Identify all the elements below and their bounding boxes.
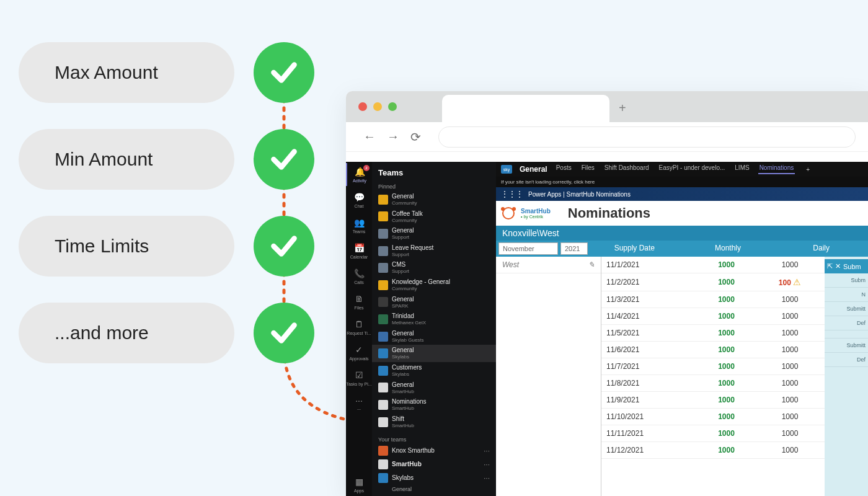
- rail-tasksbypl[interactable]: ☑Tasks by Pl...: [346, 366, 372, 389]
- tab-files[interactable]: Files: [580, 164, 596, 174]
- table-row[interactable]: 11/11/202110001000: [601, 425, 825, 442]
- calendar-icon: 📅: [353, 242, 365, 254]
- channel-item[interactable]: General: [372, 485, 496, 494]
- reload-icon[interactable]: ⟳: [410, 130, 421, 144]
- warning-icon: ⚠: [793, 277, 801, 287]
- pinned-item[interactable]: GeneralSkylabs: [372, 345, 496, 362]
- year-select[interactable]: 2021: [560, 242, 588, 255]
- brand-name: SmartHub: [521, 208, 551, 215]
- breadcrumb[interactable]: Knoxville\West: [496, 226, 868, 241]
- rail-calls[interactable]: 📞Calls: [346, 265, 372, 288]
- pinned-item[interactable]: GeneralSPARK: [372, 294, 496, 311]
- team-icon: [378, 417, 388, 427]
- team-icon: [378, 211, 388, 221]
- tab-lims[interactable]: LIMS: [733, 164, 750, 174]
- table-row[interactable]: 11/8/202110001000: [601, 375, 825, 392]
- teams-icon: 👥: [353, 217, 365, 228]
- rail-requestti[interactable]: 🗒Request Ti...: [346, 316, 372, 339]
- submit-label: Subm: [843, 263, 861, 270]
- submit-panel: ⇱ ✕ Subm SubmNSubmittDefSubmittDef: [825, 257, 868, 496]
- teams-app: 🔔Activity2💬Chat👥Teams📅Calendar📞Calls🗎Fil…: [346, 162, 868, 496]
- table-row[interactable]: 11/12/202110001000: [601, 442, 825, 459]
- col-supply-date: Supply Date: [588, 241, 681, 257]
- submit-header[interactable]: ⇱ ✕ Subm: [825, 259, 868, 273]
- window-controls[interactable]: [358, 102, 397, 111]
- table-row[interactable]: 11/3/202110001000: [601, 291, 825, 308]
- team-item[interactable]: Skylabs: [372, 471, 496, 485]
- team-icon: [378, 263, 388, 273]
- location-item[interactable]: West ✎: [496, 257, 601, 273]
- tab-shiftdashboard[interactable]: Shift Dashboard: [603, 164, 650, 174]
- forward-icon[interactable]: →: [387, 130, 399, 144]
- side-row: Def: [825, 316, 868, 330]
- team-icon: [378, 229, 388, 239]
- month-select[interactable]: November: [498, 242, 558, 255]
- rail-chat[interactable]: 💬Chat: [346, 188, 372, 211]
- checkmark-column: [254, 42, 314, 389]
- chat-icon: 💬: [353, 192, 365, 203]
- files-icon: 🗎: [353, 293, 365, 304]
- team-icon: [378, 332, 388, 342]
- rail-[interactable]: ······: [346, 392, 372, 415]
- check-icon: [254, 129, 314, 190]
- rail-teams[interactable]: 👥Teams: [346, 214, 372, 237]
- team-item[interactable]: SmartHub: [372, 458, 496, 471]
- new-tab-button[interactable]: +: [619, 101, 626, 115]
- side-row: N: [825, 288, 868, 302]
- table-row[interactable]: 11/7/202110001000: [601, 358, 825, 375]
- rail-files[interactable]: 🗎Files: [346, 290, 372, 313]
- pinned-item[interactable]: Leave RequestSupport: [372, 242, 496, 260]
- tab-posts[interactable]: Posts: [555, 164, 573, 174]
- address-bar[interactable]: [438, 126, 856, 148]
- feature-list: Max AmountMin AmountTime Limits...and mo…: [19, 42, 236, 389]
- team-icon: [378, 348, 388, 358]
- maximize-icon[interactable]: [388, 102, 397, 111]
- pinned-item[interactable]: GeneralCommunity: [372, 191, 496, 208]
- pinned-item[interactable]: GeneralSkylab Guests: [372, 328, 496, 345]
- pinned-item[interactable]: GeneralSupport: [372, 225, 496, 242]
- app-launcher-icon[interactable]: ⋮⋮⋮: [501, 190, 523, 198]
- smarthub-header: SmartHub • by Centrik Nominations: [496, 201, 868, 226]
- browser-tab[interactable]: [442, 95, 609, 122]
- table-row[interactable]: 11/5/202110001000: [601, 325, 825, 342]
- table-row[interactable]: 11/4/202110001000: [601, 308, 825, 325]
- tab-nominations[interactable]: Nominations: [758, 164, 795, 174]
- close-icon[interactable]: ✕: [835, 262, 841, 270]
- team-item[interactable]: Knox Smarthub: [372, 444, 496, 458]
- badge: 2: [363, 165, 370, 171]
- expand-icon[interactable]: ⇱: [827, 262, 833, 270]
- team-icon: [378, 383, 388, 392]
- rail-apps[interactable]: ▦Apps: [346, 473, 372, 496]
- pinned-item[interactable]: CustomersSkylabs: [372, 362, 496, 379]
- team-icon: [378, 314, 388, 324]
- location-name: West: [502, 260, 519, 269]
- back-icon[interactable]: ←: [363, 130, 376, 144]
- rail-calendar[interactable]: 📅Calendar: [346, 239, 372, 262]
- table-row[interactable]: 11/10/202110001000: [601, 409, 825, 425]
- pinned-item[interactable]: ShiftSmartHub: [372, 414, 496, 431]
- table-row[interactable]: 11/9/202110001000: [601, 392, 825, 409]
- team-icon: [378, 446, 388, 456]
- tab-easypiunderdevelo[interactable]: EasyPI - under develo...: [658, 164, 727, 174]
- pinned-item[interactable]: NominationsSmartHub: [372, 396, 496, 414]
- add-tab-button[interactable]: +: [806, 166, 810, 173]
- rail-activity[interactable]: 🔔Activity2: [346, 163, 372, 186]
- pinned-item[interactable]: TrinidadMethanex GeiX: [372, 311, 496, 328]
- pinned-item[interactable]: Coffee TalkCommunity: [372, 208, 496, 226]
- team-icon: [378, 297, 388, 307]
- table-row[interactable]: 11/1/202110001000: [601, 257, 825, 273]
- pinned-item[interactable]: GeneralSmartHub: [372, 379, 496, 397]
- browser-tabbar: +: [346, 91, 868, 122]
- minimize-icon[interactable]: [373, 102, 382, 111]
- close-icon[interactable]: [358, 102, 367, 111]
- tasks by pl...-icon: ☑: [353, 370, 365, 381]
- table-row[interactable]: 11/2/20211000100 ⚠: [601, 273, 825, 291]
- table-row[interactable]: 11/6/202110001000: [601, 342, 825, 358]
- location-icon: ✎: [588, 260, 595, 269]
- team-icon: [378, 473, 388, 483]
- loading-notice[interactable]: If your site isn't loading correctly, cl…: [496, 177, 868, 187]
- side-row: Submitt: [825, 339, 868, 353]
- pinned-item[interactable]: CMSSupport: [372, 259, 496, 277]
- rail-approvals[interactable]: ✓Approvals: [346, 341, 372, 364]
- pinned-item[interactable]: Knowledge - GeneralCommunity: [372, 277, 496, 294]
